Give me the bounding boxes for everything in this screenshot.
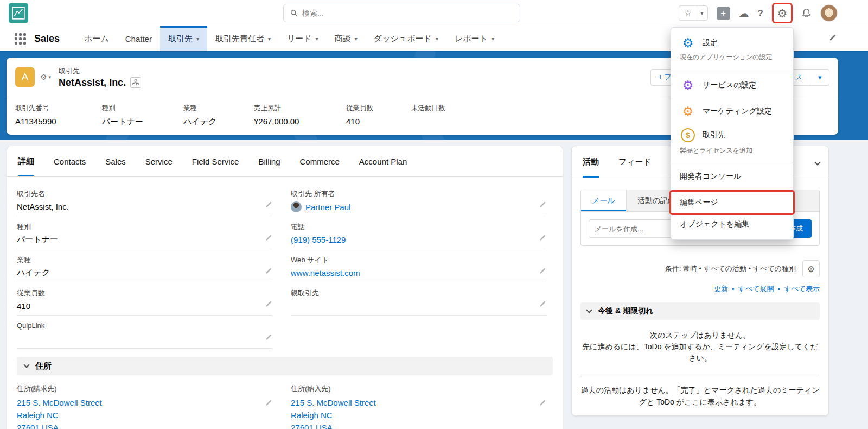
edit-pencil-icon[interactable] — [265, 267, 272, 276]
upcoming-overdue-section-header[interactable]: 今後 & 期限切れ — [580, 302, 820, 320]
field-label: 取引先番号 — [15, 104, 97, 113]
nav-tab-chatter[interactable]: Chatter — [117, 26, 160, 51]
nav-tab-label: リード — [287, 34, 312, 44]
billing-address-link[interactable]: 215 S. McDowell Street — [17, 396, 258, 409]
tab-details[interactable]: 詳細 — [18, 146, 34, 176]
tab-commerce[interactable]: Commerce — [300, 146, 340, 176]
billing-address-link[interactable]: 27601 USA — [17, 421, 258, 429]
tab-account-plan[interactable]: Account Plan — [359, 146, 407, 176]
menu-item-subtitle: 製品とライセンスを追加 — [671, 146, 793, 161]
phone-link[interactable]: (919) 555-1129 — [291, 235, 346, 244]
edit-pencil-icon[interactable] — [265, 234, 272, 243]
menu-item-your-account[interactable]: $ 取引先 — [671, 124, 793, 146]
edit-pencil-icon[interactable] — [539, 300, 546, 310]
shipping-address-link[interactable]: Raleigh NC — [291, 409, 532, 421]
user-avatar[interactable] — [820, 4, 838, 22]
record-customize-gear-icon[interactable]: ⚙ ▾ — [40, 73, 51, 81]
app-launcher-icon[interactable] — [14, 32, 27, 45]
activity-empty-state: 次のステップはありません。 先に進めるには、ToDo を追加するか、ミーティング… — [579, 330, 821, 364]
billing-address-link[interactable]: Raleigh NC — [17, 409, 258, 421]
field-value — [411, 117, 487, 127]
nav-tab-label: レポート — [455, 34, 488, 44]
menu-item-label: サービスの設定 — [703, 80, 756, 90]
favorites-star-icon[interactable]: ☆ — [679, 8, 696, 18]
global-header: ☆ ▾ + ☁ ? ⚙ — [0, 0, 868, 26]
edit-pencil-icon[interactable] — [265, 300, 272, 310]
field-value: ハイテク — [17, 268, 50, 278]
menu-item-label: 開発者コンソール — [680, 172, 741, 181]
highlight-field: 種別 パートナー — [102, 104, 183, 127]
favorites-chevron-icon[interactable]: ▾ — [697, 10, 707, 16]
favorites-control[interactable]: ☆ ▾ — [679, 5, 707, 21]
edit-pencil-icon[interactable] — [265, 201, 272, 210]
shipping-address-link[interactable]: 27601 USA — [291, 421, 532, 429]
tab-field-service[interactable]: Field Service — [192, 146, 239, 176]
edit-pencil-icon[interactable] — [265, 333, 272, 343]
field-label: 住所(納入先) — [291, 384, 532, 394]
nav-tab-contacts[interactable]: 取引先責任者▾ — [207, 26, 279, 51]
tab-billing[interactable]: Billing — [258, 146, 280, 176]
account-hierarchy-icon[interactable] — [130, 77, 141, 88]
field-value: ¥267,000.00 — [254, 117, 341, 127]
edit-pencil-icon[interactable] — [539, 399, 546, 408]
nav-tab-home[interactable]: ホーム — [76, 26, 117, 51]
global-search[interactable] — [283, 4, 520, 22]
section-title: 今後 & 期限切れ — [598, 306, 653, 316]
menu-item-subtitle: 現在のアプリケーションの設定 — [671, 53, 793, 67]
field-label: 業種 — [183, 104, 248, 113]
help-icon[interactable]: ? — [758, 9, 763, 18]
chevron-down-icon[interactable]: ▾ — [492, 36, 494, 42]
field-label: 種別 — [17, 222, 258, 232]
nav-tab-accounts[interactable]: 取引先▾ — [160, 26, 207, 51]
menu-item-edit-page[interactable]: 編集ページ — [671, 192, 793, 213]
field-value: 410 — [346, 117, 406, 127]
edit-navigation-pencil-icon[interactable] — [828, 34, 837, 43]
nav-tab-opportunities[interactable]: 商談▾ — [327, 26, 366, 51]
nav-tab-leads[interactable]: リード▾ — [279, 26, 327, 51]
expand-all-link[interactable]: すべて展開 — [738, 284, 774, 294]
tab-contacts[interactable]: Contacts — [54, 146, 86, 176]
tab-activity[interactable]: 活動 — [583, 146, 599, 178]
activity-filter-gear-icon[interactable]: ⚙ — [802, 260, 820, 277]
menu-item-setup[interactable]: ⚙ 設定 — [671, 33, 793, 53]
menu-item-developer-console[interactable]: 開発者コンソール — [671, 166, 793, 187]
separator-dot: • — [732, 285, 735, 293]
edit-pencil-icon[interactable] — [265, 399, 272, 408]
tab-service[interactable]: Service — [145, 146, 173, 176]
collapse-panel-chevron-icon[interactable] — [815, 158, 820, 166]
menu-item-marketing-setup[interactable]: ⚙ マーケティング設定 — [671, 98, 793, 124]
change-owner-icon[interactable] — [539, 201, 546, 210]
field-label: 従業員数 — [346, 104, 406, 113]
address-section-header[interactable]: 住所 — [17, 357, 553, 375]
global-search-input[interactable] — [302, 9, 513, 17]
chevron-down-icon[interactable]: ▾ — [436, 36, 438, 42]
nav-tab-label: Chatter — [125, 34, 152, 43]
cloud-icon[interactable]: ☁ — [739, 8, 749, 18]
nav-tab-dashboards[interactable]: ダッシュボード▾ — [366, 26, 446, 51]
menu-item-edit-object[interactable]: オブジェクトを編集 — [671, 213, 793, 235]
refresh-link[interactable]: 更新 — [714, 284, 728, 294]
chevron-down-icon[interactable]: ▾ — [196, 36, 199, 42]
shipping-address-link[interactable]: 215 S. McDowell Street — [291, 396, 532, 409]
owner-link[interactable]: Partner Paul — [305, 203, 350, 212]
global-actions-button[interactable]: + — [717, 7, 730, 20]
screen: ☆ ▾ + ☁ ? ⚙ Sales ホーム Chatter — [0, 0, 868, 429]
notifications-bell-icon[interactable] — [801, 8, 812, 18]
setup-gear-icon[interactable]: ⚙ — [777, 8, 788, 19]
nav-tab-reports[interactable]: レポート▾ — [446, 26, 502, 51]
chevron-down-icon[interactable]: ▾ — [355, 36, 358, 42]
chevron-down-icon[interactable]: ▾ — [268, 36, 271, 42]
website-link[interactable]: www.netassist.com — [291, 268, 360, 277]
chevron-down-icon[interactable]: ▾ — [316, 36, 318, 42]
menu-item-service-setup[interactable]: ⚙ サービスの設定 — [671, 72, 793, 98]
edit-pencil-icon[interactable] — [539, 234, 546, 243]
tab-email[interactable]: メール — [581, 190, 627, 211]
record-actions-chevron-icon[interactable]: ▾ — [810, 69, 829, 86]
field-parent-account: 親取引先 — [291, 287, 546, 316]
edit-pencil-icon[interactable] — [539, 267, 546, 276]
tab-sales[interactable]: Sales — [105, 146, 126, 176]
tab-feed[interactable]: フィード — [618, 146, 652, 178]
setup-menu: ⚙ 設定 現在のアプリケーションの設定 ⚙ サービスの設定 ⚙ マーケティング設… — [671, 27, 794, 240]
view-all-link[interactable]: すべて表示 — [784, 284, 820, 294]
highlight-field: 未活動日数 — [411, 104, 493, 127]
